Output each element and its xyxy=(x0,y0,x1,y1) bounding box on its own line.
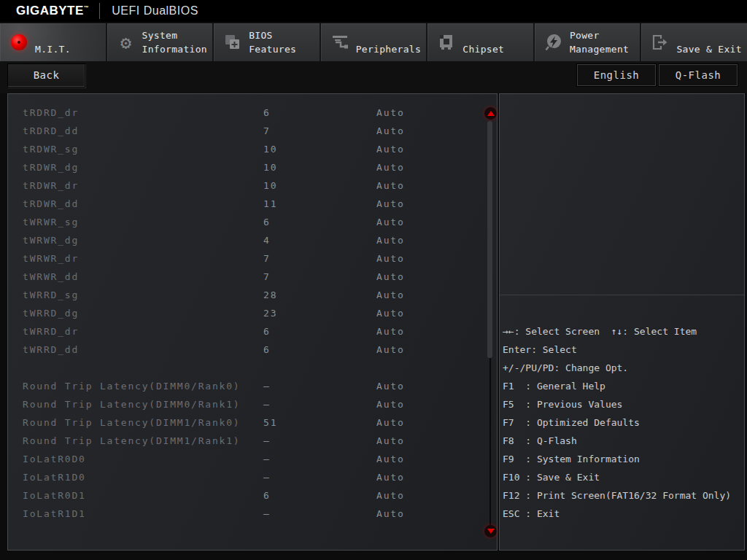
logo-text: GIGABYTE xyxy=(16,4,84,18)
scrollbar-thumb[interactable] xyxy=(487,121,492,358)
qflash-button[interactable]: Q-Flash xyxy=(659,64,738,86)
setting-row[interactable]: tRDRD_dd7Auto xyxy=(8,122,482,140)
setting-row[interactable]: tWRWR_sg6Auto xyxy=(8,213,482,231)
setting-name: IoLatR1D0 xyxy=(23,468,263,486)
setting-name: Round Trip Latency(DIMM1/Rank0) xyxy=(23,413,263,432)
setting-name: tRDRD_dd xyxy=(23,122,263,140)
setting-row[interactable]: tWRWR_dr7Auto xyxy=(8,249,482,268)
setting-name: tWRWR_dr xyxy=(23,249,263,268)
tab-bar: M.I.T. ⚙ System Information BIOS Feature… xyxy=(0,23,747,61)
trademark-symbol: ™ xyxy=(84,5,90,10)
gigabyte-logo: GIGABYTE™ xyxy=(16,4,89,18)
setting-name: Round Trip Latency(DIMM0/Rank0) xyxy=(23,377,263,395)
scroll-down-arrow[interactable] xyxy=(484,525,497,537)
setting-value: 6 xyxy=(263,104,376,122)
setting-name: IoLatR0D0 xyxy=(23,450,263,468)
power-bolt-icon xyxy=(543,33,564,52)
setting-row[interactable]: tWRWR_dd7Auto xyxy=(8,268,482,286)
help-line: Enter: Select xyxy=(503,341,744,359)
setting-name: Round Trip Latency(DIMM0/Rank1) xyxy=(23,395,263,413)
setting-row[interactable]: tWRRD_sg28Auto xyxy=(8,286,482,304)
setting-name: tWRRD_dr xyxy=(23,322,263,341)
setting-row[interactable]: Round Trip Latency(DIMM1/Rank0)51Auto xyxy=(8,413,482,432)
setting-value: 10 xyxy=(263,140,376,158)
setting-mode: Auto xyxy=(376,249,405,268)
scroll-up-arrow[interactable] xyxy=(484,107,497,120)
setting-row[interactable]: Round Trip Latency(DIMM0/Rank0)–Auto xyxy=(8,377,482,395)
tab-peripherals[interactable]: Peripherals xyxy=(321,23,428,61)
bios-setup-screen: GIGABYTE™ UEFI DualBIOS M.I.T. ⚙ System … xyxy=(0,0,747,560)
setting-mode: Auto xyxy=(376,286,405,304)
setting-mode: Auto xyxy=(376,158,405,176)
help-line: F12 : Print Screen(FAT16/32 Format Only) xyxy=(503,486,744,505)
help-panel: →←: Select Screen ↑↓: Select ItemEnter: … xyxy=(499,93,745,551)
setting-row[interactable]: tWRRD_dd6Auto xyxy=(8,341,482,359)
setting-value: 7 xyxy=(263,122,376,140)
setting-row[interactable]: tWRRD_dr6Auto xyxy=(8,322,482,341)
tab-chipset[interactable]: Chipset xyxy=(427,23,535,61)
setting-name: tWRWR_dd xyxy=(23,268,263,286)
setting-row[interactable]: tWRRD_dg23Auto xyxy=(8,304,482,322)
setting-name: tRDWR_dd xyxy=(23,195,263,213)
setting-row[interactable]: tRDWR_dd11Auto xyxy=(8,195,482,213)
setting-value: – xyxy=(263,468,376,486)
setting-value: – xyxy=(263,505,376,523)
setting-value: – xyxy=(263,450,376,468)
setting-mode: Auto xyxy=(376,322,405,341)
top-bar: GIGABYTE™ UEFI DualBIOS xyxy=(0,0,747,22)
scrollbar-track[interactable] xyxy=(489,358,491,526)
toolbar-row: Back English Q-Flash xyxy=(0,61,747,93)
tab-mit[interactable]: M.I.T. xyxy=(0,23,107,61)
setting-mode: Auto xyxy=(376,104,405,122)
setting-name: tWRWR_sg xyxy=(23,213,263,231)
setting-name: tWRRD_dd xyxy=(23,341,263,359)
setting-mode: Auto xyxy=(376,122,405,140)
item-help-area xyxy=(500,94,744,295)
setting-row[interactable]: Round Trip Latency(DIMM0/Rank1)–Auto xyxy=(8,395,482,413)
bios-chip-plus-icon xyxy=(222,34,243,51)
chipset-icon xyxy=(436,33,457,52)
setting-row[interactable]: IoLatR0D0–Auto xyxy=(8,450,482,468)
help-line: F5 : Previous Values xyxy=(503,395,744,413)
setting-name: IoLatR1D1 xyxy=(23,505,263,523)
setting-row[interactable]: IoLatR1D0–Auto xyxy=(8,468,482,486)
setting-mode: Auto xyxy=(376,304,405,322)
setting-mode: Auto xyxy=(376,505,405,523)
tab-label: M.I.T. xyxy=(35,42,105,61)
setting-mode: Auto xyxy=(376,486,405,505)
help-line: F7 : Optimized Defaults xyxy=(503,413,744,432)
setting-value: 11 xyxy=(263,195,376,213)
back-button[interactable]: Back xyxy=(7,63,85,88)
setting-value: 28 xyxy=(263,286,376,304)
setting-row[interactable]: tRDWR_dr10Auto xyxy=(8,176,482,195)
help-line: F9 : System Information xyxy=(503,450,744,468)
setting-name: tWRRD_dg xyxy=(23,304,263,322)
setting-value: 4 xyxy=(263,231,376,249)
setting-row[interactable]: tWRWR_dg4Auto xyxy=(8,231,482,249)
mit-red-dot-icon xyxy=(9,34,29,50)
setting-name: tRDRD_dr xyxy=(23,104,263,122)
tab-label: Chipset xyxy=(462,42,533,61)
setting-value: 7 xyxy=(263,268,376,286)
tab-save-exit[interactable]: Save & Exit xyxy=(641,23,747,61)
language-button[interactable]: English xyxy=(577,64,656,86)
setting-row[interactable]: tRDWR_sg10Auto xyxy=(8,140,482,158)
setting-row[interactable]: tRDWR_dg10Auto xyxy=(8,158,482,176)
up-triangle-icon xyxy=(487,111,495,116)
setting-row[interactable]: IoLatR1D1–Auto xyxy=(8,505,482,523)
tab-bios-features[interactable]: BIOS Features xyxy=(214,23,321,61)
setting-name: tWRRD_sg xyxy=(23,286,263,304)
setting-value: 10 xyxy=(263,158,376,176)
settings-list: tRDRD_dr6AutotRDRD_dd7AutotRDWR_sg10Auto… xyxy=(8,104,482,523)
setting-row[interactable]: IoLatR0D16Auto xyxy=(8,486,482,505)
setting-name: tRDWR_sg xyxy=(23,140,263,158)
key-legend: →←: Select Screen ↑↓: Select ItemEnter: … xyxy=(503,322,744,523)
setting-row[interactable]: tRDRD_dr6Auto xyxy=(8,104,482,122)
tab-system-information[interactable]: ⚙ System Information xyxy=(107,23,214,61)
setting-row[interactable]: Round Trip Latency(DIMM1/Rank1)–Auto xyxy=(8,432,482,450)
tab-power-management[interactable]: Power Management xyxy=(535,23,642,61)
setting-mode: Auto xyxy=(376,377,405,395)
topbar-divider xyxy=(99,3,100,19)
setting-mode: Auto xyxy=(376,213,405,231)
firmware-title: UEFI DualBIOS xyxy=(112,4,198,18)
